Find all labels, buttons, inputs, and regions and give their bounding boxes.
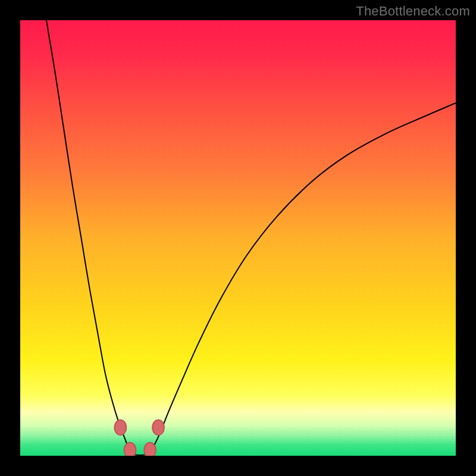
svg-rect-0 xyxy=(20,20,456,456)
chart-frame: TheBottleneck.com xyxy=(0,0,476,476)
plot-area xyxy=(20,20,456,456)
background-gradient xyxy=(20,20,456,456)
watermark-text: TheBottleneck.com xyxy=(356,4,470,19)
